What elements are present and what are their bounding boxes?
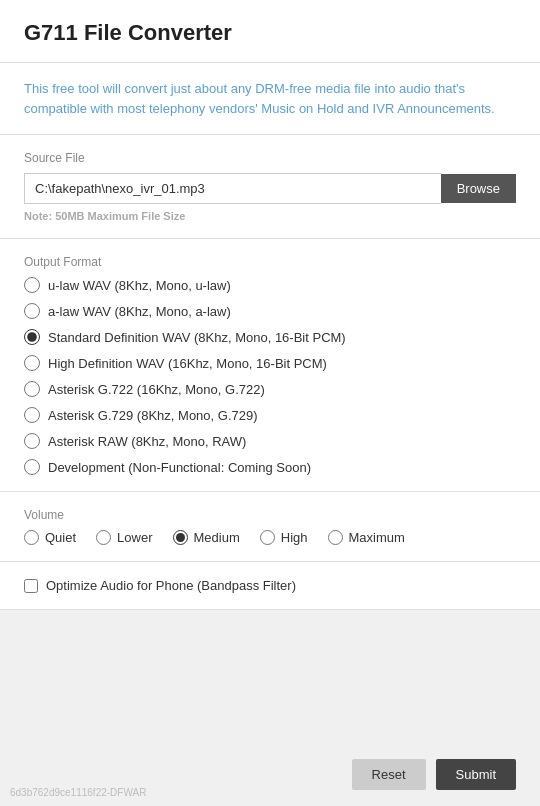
- browse-button[interactable]: Browse: [441, 174, 516, 203]
- note-bold: Note:: [24, 210, 52, 222]
- footer-area: 6d3b762d9ce1116f22-DFWAR Reset Submit: [0, 610, 540, 806]
- optimize-label: Optimize Audio for Phone (Bandpass Filte…: [46, 578, 296, 593]
- optimize-checkbox[interactable]: [24, 579, 38, 593]
- volume-item-medium[interactable]: Medium: [173, 530, 240, 545]
- radio-alaw[interactable]: [24, 303, 40, 319]
- file-size-note: Note: 50MB Maximum File Size: [24, 210, 516, 222]
- radio-label-g722: Asterisk G.722 (16Khz, Mono, G.722): [48, 382, 265, 397]
- radio-g729[interactable]: [24, 407, 40, 423]
- radio-ulaw[interactable]: [24, 277, 40, 293]
- page-title: G711 File Converter: [24, 20, 516, 46]
- note-content: 50MB Maximum File Size: [55, 210, 185, 222]
- volume-radio-medium[interactable]: [173, 530, 188, 545]
- output-format-item-g729[interactable]: Asterisk G.729 (8Khz, Mono, G.729): [24, 407, 516, 423]
- radio-label-dev: Development (Non-Functional: Coming Soon…: [48, 460, 311, 475]
- optimize-row[interactable]: Optimize Audio for Phone (Bandpass Filte…: [24, 578, 516, 593]
- volume-label: Volume: [24, 508, 516, 522]
- radio-label-raw: Asterisk RAW (8Khz, Mono, RAW): [48, 434, 246, 449]
- radio-g722[interactable]: [24, 381, 40, 397]
- volume-radio-maximum[interactable]: [328, 530, 343, 545]
- volume-radio-quiet[interactable]: [24, 530, 39, 545]
- volume-item-lower[interactable]: Lower: [96, 530, 152, 545]
- radio-label-hidef: High Definition WAV (16Khz, Mono, 16-Bit…: [48, 356, 327, 371]
- output-format-item-alaw[interactable]: a-law WAV (8Khz, Mono, a-law): [24, 303, 516, 319]
- volume-label-medium: Medium: [194, 530, 240, 545]
- source-file-label: Source File: [24, 151, 516, 165]
- volume-label-high: High: [281, 530, 308, 545]
- volume-item-high[interactable]: High: [260, 530, 308, 545]
- radio-raw[interactable]: [24, 433, 40, 449]
- radio-stddef[interactable]: [24, 329, 40, 345]
- output-format-item-g722[interactable]: Asterisk G.722 (16Khz, Mono, G.722): [24, 381, 516, 397]
- output-format-item-ulaw[interactable]: u-law WAV (8Khz, Mono, u-law): [24, 277, 516, 293]
- output-format-group: u-law WAV (8Khz, Mono, u-law)a-law WAV (…: [24, 277, 516, 475]
- volume-radio-high[interactable]: [260, 530, 275, 545]
- volume-label-quiet: Quiet: [45, 530, 76, 545]
- source-file-input[interactable]: [24, 173, 441, 204]
- watermark: 6d3b762d9ce1116f22-DFWAR: [10, 787, 146, 798]
- intro-text: This free tool will convert just about a…: [24, 79, 516, 118]
- volume-group: QuietLowerMediumHighMaximum: [24, 530, 516, 545]
- reset-button[interactable]: Reset: [352, 759, 426, 790]
- radio-label-stddef: Standard Definition WAV (8Khz, Mono, 16-…: [48, 330, 346, 345]
- radio-hidef[interactable]: [24, 355, 40, 371]
- output-format-item-hidef[interactable]: High Definition WAV (16Khz, Mono, 16-Bit…: [24, 355, 516, 371]
- volume-item-maximum[interactable]: Maximum: [328, 530, 405, 545]
- radio-label-alaw: a-law WAV (8Khz, Mono, a-law): [48, 304, 231, 319]
- output-format-label: Output Format: [24, 255, 516, 269]
- radio-label-g729: Asterisk G.729 (8Khz, Mono, G.729): [48, 408, 258, 423]
- radio-dev[interactable]: [24, 459, 40, 475]
- submit-button[interactable]: Submit: [436, 759, 516, 790]
- output-format-item-dev[interactable]: Development (Non-Functional: Coming Soon…: [24, 459, 516, 475]
- volume-label-lower: Lower: [117, 530, 152, 545]
- output-format-item-raw[interactable]: Asterisk RAW (8Khz, Mono, RAW): [24, 433, 516, 449]
- radio-label-ulaw: u-law WAV (8Khz, Mono, u-law): [48, 278, 231, 293]
- volume-label-maximum: Maximum: [349, 530, 405, 545]
- output-format-item-stddef[interactable]: Standard Definition WAV (8Khz, Mono, 16-…: [24, 329, 516, 345]
- volume-item-quiet[interactable]: Quiet: [24, 530, 76, 545]
- volume-radio-lower[interactable]: [96, 530, 111, 545]
